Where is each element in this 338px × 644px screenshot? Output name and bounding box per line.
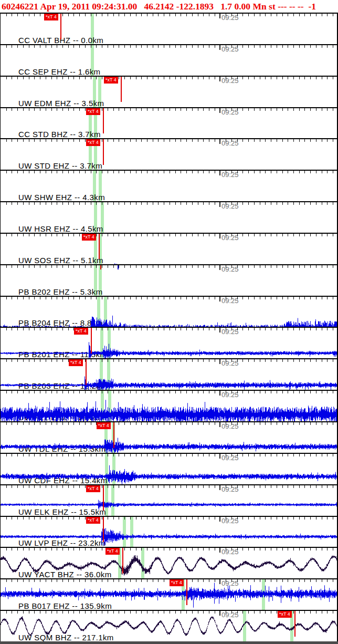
seismogram-row: 09:25 PB B017 EHZ -- 135.9km *xT 4 (1, 578, 337, 610)
event-summary-text: 60246221 Apr 19, 2011 09:24:31.00 46.214… (2, 1, 316, 12)
s-pick-line (294, 611, 295, 637)
seismogram-row: 09:25 CC SEP EHZ -- 1.6km (1, 44, 337, 76)
event-header: 60246221 Apr 19, 2011 09:24:31.00 46.214… (0, 0, 338, 13)
seismogram-row: 09:25 UW CDF EHZ -- 15.4km (1, 453, 337, 484)
waveform-canvas[interactable] (1, 422, 337, 453)
seismogram-row: 09:25 UW FL2 EHZ -- 12.6km (1, 390, 337, 421)
s-pick-line (113, 422, 114, 448)
seismogram-row: 09:25 UW LVP EHZ -- 23.2km *xT 4 (1, 516, 337, 547)
waveform-canvas[interactable] (1, 517, 337, 547)
seismogram-row: 09:25 PB B201 EHZ -- 11.5km *xT 4 (1, 327, 337, 358)
seismogram-row: 09:25 UW ELK EHZ -- 15.5km *xT 4 (1, 484, 337, 516)
waveform-canvas[interactable] (1, 359, 337, 390)
trace-rows-container: 09:25 CC VALT BHZ -- 0.0km *xT 4 09:25 C… (0, 13, 338, 641)
waveform-canvas[interactable] (1, 297, 337, 327)
seismogram-row: 09:25 PB B203 EHZ -- 12.2km *xT 4 (1, 358, 337, 390)
bottom-scrollbar[interactable] (0, 641, 338, 644)
s-pick-badge[interactable]: *xT 4 (69, 359, 83, 366)
seismogram-row: 09:25 PB B204 EHZ -- 8.8km (1, 296, 337, 327)
seismogram-row: 09:25 UW TDL EHZ -- 15.3km *xT 4 (1, 421, 337, 453)
waveform-canvas[interactable] (1, 485, 337, 516)
waveform-canvas[interactable] (1, 579, 337, 610)
s-pick-badge[interactable]: *xT 4 (74, 328, 88, 335)
s-pick-line (91, 328, 92, 354)
s-pick-badge[interactable]: *xT 4 (86, 517, 100, 524)
waveform-canvas[interactable] (1, 108, 337, 139)
seismogram-row: 09:25 UW STD EHZ -- 3.7km *xT 4 (1, 138, 337, 170)
s-pick-line (103, 139, 104, 165)
waveform-canvas[interactable] (1, 548, 337, 578)
seismogram-row: 09:25 UW HSR EHZ -- 4.5km (1, 201, 337, 233)
seismogram-row: 09:25 PB B202 EHZ -- 5.3km (1, 264, 337, 296)
waveform-canvas[interactable] (1, 391, 337, 421)
waveform-canvas[interactable] (1, 139, 337, 170)
waveform-canvas[interactable] (1, 454, 337, 484)
s-pick-line (103, 517, 104, 543)
s-pick-line (86, 359, 87, 385)
seismogram-row: 09:25 UW EDM EHZ -- 3.5km *xT 4 (1, 76, 337, 107)
s-pick-line (121, 77, 122, 102)
s-pick-badge[interactable]: *xT 4 (170, 579, 184, 586)
s-pick-badge[interactable]: *xT 4 (86, 485, 100, 492)
seismogram-row: 09:25 UW SOS EHZ -- 5.1km *xT 4 (1, 233, 337, 264)
waveform-canvas[interactable] (1, 265, 337, 296)
s-pick-line (122, 548, 123, 574)
waveform-canvas[interactable] (1, 202, 337, 233)
s-pick-line (103, 485, 104, 511)
seismogram-row: 09:25 CC VALT BHZ -- 0.0km *xT 4 (1, 13, 337, 44)
waveform-canvas[interactable] (1, 77, 337, 107)
s-pick-badge[interactable]: *xT 4 (104, 77, 118, 84)
s-pick-line (186, 579, 187, 605)
seismogram-row: 09:25 CC STD BHZ -- 3.7km *xT 4 (1, 107, 337, 139)
s-pick-badge[interactable]: *xT 4 (86, 108, 100, 115)
pick-tick (118, 265, 119, 269)
waveform-canvas[interactable] (1, 45, 337, 76)
seismogram-row: 09:25 UW SQM BHZ -- 217.1km *xT 4 (1, 610, 337, 641)
waveform-canvas[interactable] (1, 328, 337, 358)
seismogram-row: 09:25 UW YACT BHZ -- 36.0km *xT 4 (1, 547, 337, 578)
pick-tick (100, 265, 101, 269)
s-pick-badge[interactable]: *xT 4 (278, 611, 292, 618)
s-pick-line (60, 14, 61, 39)
s-pick-badge[interactable]: *xT 4 (105, 548, 120, 555)
s-pick-line (99, 234, 100, 259)
seismic-waveform-viewer: 60246221 Apr 19, 2011 09:24:31.00 46.214… (0, 0, 338, 644)
waveform-canvas[interactable] (1, 234, 337, 264)
s-pick-badge[interactable]: *xT 4 (86, 139, 100, 146)
s-pick-line (103, 108, 104, 134)
seismogram-row: 09:25 UW SHW EHZ -- 4.3km (1, 170, 337, 201)
waveform-canvas[interactable] (1, 171, 337, 201)
s-pick-badge[interactable]: *xT 4 (97, 422, 111, 429)
s-pick-badge[interactable]: *xT 4 (44, 14, 58, 20)
s-pick-badge[interactable]: *xT 4 (82, 234, 96, 241)
